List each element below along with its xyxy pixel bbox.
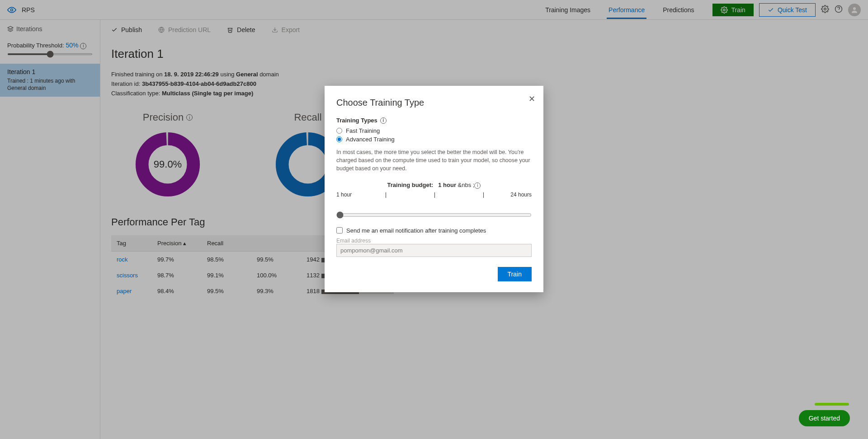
close-icon[interactable]: ✕ [528,94,535,104]
email-checkbox[interactable]: Send me an email notification after trai… [336,227,532,234]
training-types-label: Training Types [336,117,377,124]
radio-advanced[interactable]: Advanced Training [336,136,532,143]
email-label: Email address [336,238,532,244]
budget-slider[interactable] [336,211,532,219]
get-started-button[interactable]: Get started [799,410,850,426]
modal-train-button[interactable]: Train [498,267,532,281]
email-input[interactable] [336,244,532,257]
help-text: In most cases, the more time you select … [336,148,532,173]
info-icon[interactable]: i [380,117,387,124]
budget-title: Training budget: 1 hour &nbs ;i [336,182,532,189]
budget-scale: 1 hour | | | 24 hours [336,191,532,205]
info-icon[interactable]: i [474,182,481,189]
progress-indicator [815,403,849,406]
training-type-modal: ✕ Choose Training Type Training Typesi F… [325,86,543,292]
modal-overlay[interactable]: ✕ Choose Training Type Training Typesi F… [0,0,868,439]
modal-title: Choose Training Type [336,98,532,108]
radio-fast[interactable]: Fast Training [336,127,532,134]
